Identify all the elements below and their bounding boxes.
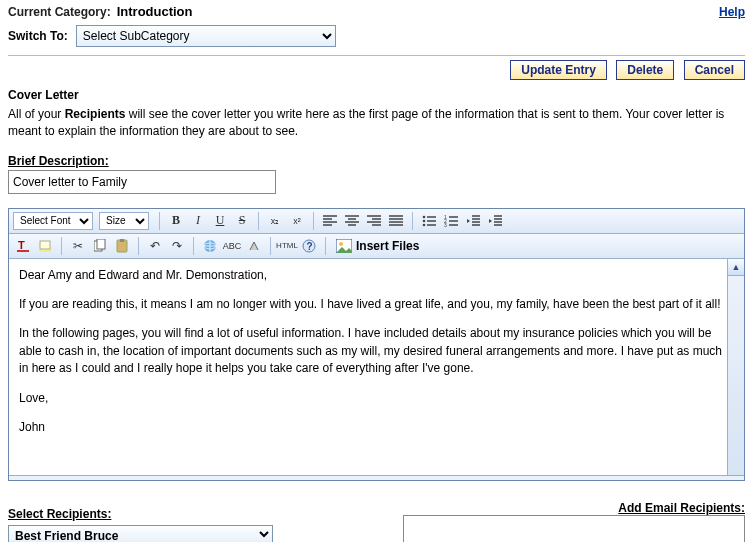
svg-point-1 — [423, 219, 426, 222]
svg-rect-13 — [120, 239, 124, 242]
add-email-input[interactable] — [403, 515, 745, 542]
editor-body[interactable]: Dear Amy and Edward and Mr. Demonstratio… — [9, 259, 744, 475]
html-button[interactable]: HTML — [277, 236, 297, 256]
number-list-button[interactable]: 123 — [441, 211, 461, 231]
subscript-button[interactable]: x₂ — [265, 211, 285, 231]
clean-button[interactable] — [244, 236, 264, 256]
svg-rect-8 — [40, 241, 50, 249]
brief-description-input[interactable] — [8, 170, 276, 194]
editor-paragraph: Love, — [19, 390, 734, 407]
editor-toolbar-row2: T ✂ ↶ ↷ ABC HTML ? Insert Files — [9, 234, 744, 259]
link-button[interactable] — [200, 236, 220, 256]
paste-button[interactable] — [112, 236, 132, 256]
current-category-label: Current Category: — [8, 5, 111, 19]
strikethrough-button[interactable]: S — [232, 211, 252, 231]
recipients-select[interactable]: Best Friend Bruce — [8, 525, 273, 542]
current-category-value: Introduction — [117, 4, 193, 19]
font-select[interactable]: Select Font — [13, 212, 93, 230]
add-email-recipients-label: Add Email Recipients: — [403, 501, 745, 515]
redo-button[interactable]: ↷ — [167, 236, 187, 256]
cancel-button[interactable]: Cancel — [684, 60, 745, 80]
update-entry-button[interactable]: Update Entry — [510, 60, 607, 80]
editor-resize-handle[interactable] — [9, 475, 744, 480]
spellcheck-button[interactable]: ABC — [222, 236, 242, 256]
align-center-button[interactable] — [342, 211, 362, 231]
superscript-button[interactable]: x² — [287, 211, 307, 231]
indent-button[interactable] — [485, 211, 505, 231]
scroll-up-icon[interactable]: ▲ — [728, 259, 744, 276]
cut-button[interactable]: ✂ — [68, 236, 88, 256]
copy-button[interactable] — [90, 236, 110, 256]
text-color-button[interactable]: T — [13, 236, 33, 256]
svg-rect-9 — [39, 250, 51, 252]
editor-paragraph: If you are reading this, it means I am n… — [19, 296, 734, 313]
svg-point-0 — [423, 215, 426, 218]
select-recipients-label: Select Recipients: — [8, 507, 273, 521]
help-link[interactable]: Help — [719, 5, 745, 19]
svg-rect-11 — [97, 239, 105, 249]
editor-scrollbar[interactable]: ▲ — [727, 259, 744, 475]
editor-toolbar-row1: Select Font Size B I U S x₂ x² 123 — [9, 209, 744, 234]
editor-paragraph: Dear Amy and Edward and Mr. Demonstratio… — [19, 267, 734, 284]
cover-letter-title: Cover Letter — [8, 88, 745, 102]
svg-text:?: ? — [307, 241, 313, 252]
undo-button[interactable]: ↶ — [145, 236, 165, 256]
insert-files-button[interactable]: Insert Files — [332, 239, 423, 253]
align-right-button[interactable] — [364, 211, 384, 231]
underline-button[interactable]: U — [210, 211, 230, 231]
editor-paragraph: John — [19, 419, 734, 436]
size-select[interactable]: Size — [99, 212, 149, 230]
svg-point-19 — [339, 242, 343, 246]
bullet-list-button[interactable] — [419, 211, 439, 231]
brief-description-label: Brief Description: — [8, 154, 109, 168]
switch-to-label: Switch To: — [8, 29, 68, 43]
image-icon — [336, 239, 352, 253]
divider — [8, 55, 745, 56]
svg-text:T: T — [18, 239, 25, 251]
outdent-button[interactable] — [463, 211, 483, 231]
editor-paragraph: In the following pages, you will find a … — [19, 325, 734, 377]
align-justify-button[interactable] — [386, 211, 406, 231]
delete-button[interactable]: Delete — [616, 60, 674, 80]
rich-text-editor: Select Font Size B I U S x₂ x² 123 T — [8, 208, 745, 481]
svg-point-2 — [423, 223, 426, 226]
subcategory-select[interactable]: Select SubCategory — [76, 25, 336, 47]
bold-button[interactable]: B — [166, 211, 186, 231]
svg-text:3: 3 — [444, 222, 447, 227]
svg-rect-7 — [17, 250, 29, 252]
italic-button[interactable]: I — [188, 211, 208, 231]
help-icon[interactable]: ? — [299, 236, 319, 256]
align-left-button[interactable] — [320, 211, 340, 231]
highlight-button[interactable] — [35, 236, 55, 256]
cover-letter-description: All of your Recipients will see the cove… — [8, 106, 745, 140]
